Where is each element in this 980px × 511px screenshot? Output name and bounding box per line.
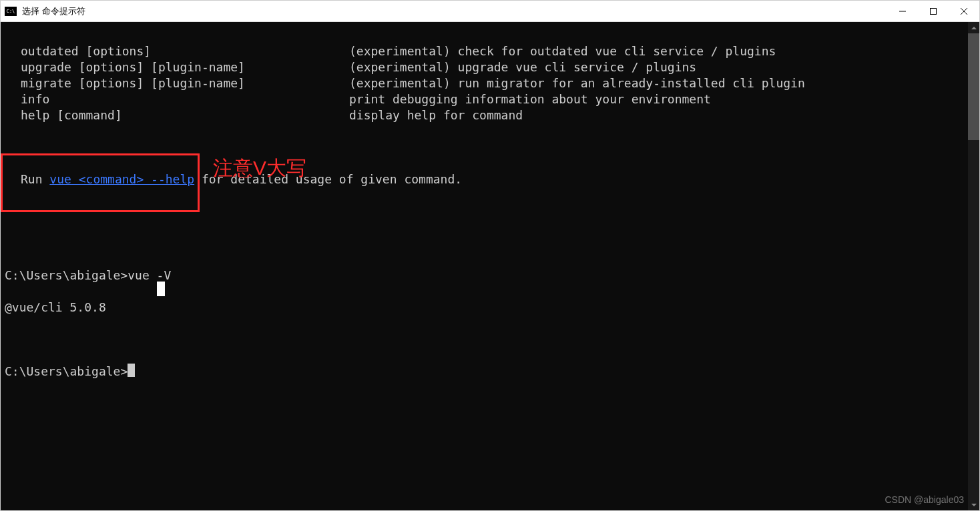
prompt-line-2: C:\Users\abigale>: [5, 364, 964, 380]
terminal-area: outdated [options](experimental) check f…: [1, 22, 979, 510]
help-desc: print debugging information about your e…: [349, 91, 964, 107]
help-desc: (experimental) run migrator for an alrea…: [349, 75, 964, 91]
help-row: help [command]display help for command: [5, 107, 964, 123]
vue-help-link: vue <command> --help: [49, 172, 194, 186]
watermark: CSDN @abigale03: [885, 492, 965, 508]
help-cmd: outdated [options]: [5, 43, 349, 59]
maximize-button[interactable]: [918, 1, 949, 21]
help-row: outdated [options](experimental) check f…: [5, 43, 964, 59]
titlebar[interactable]: 选择 命令提示符: [1, 1, 979, 22]
run-help-line: Run vue <command> --help for detailed us…: [5, 171, 964, 187]
cmd-icon: [5, 7, 17, 16]
scrollbar[interactable]: [968, 22, 979, 510]
selection-marker: [157, 282, 165, 296]
cursor: [128, 364, 135, 377]
annotation-label: 注意V大写: [213, 160, 306, 176]
minimize-button[interactable]: [887, 1, 918, 21]
help-desc: (experimental) upgrade vue cli service /…: [349, 59, 964, 75]
svg-rect-0: [899, 11, 906, 11]
help-cmd: help [command]: [5, 107, 349, 123]
help-cmd: info: [5, 91, 349, 107]
scroll-down-arrow[interactable]: [968, 499, 979, 510]
help-desc: display help for command: [349, 107, 964, 123]
version-output: @vue/cli 5.0.8: [5, 300, 964, 316]
window-title: 选择 命令提示符: [22, 5, 85, 17]
prompt-line-1: C:\Users\abigale>vue -V: [5, 268, 964, 284]
scroll-thumb[interactable]: [968, 33, 979, 140]
help-row: upgrade [options] [plugin-name](experime…: [5, 59, 964, 75]
help-desc: (experimental) check for outdated vue cl…: [349, 43, 964, 59]
help-row: infoprint debugging information about yo…: [5, 91, 964, 107]
terminal-content[interactable]: outdated [options](experimental) check f…: [1, 22, 968, 510]
svg-rect-1: [931, 8, 937, 14]
command-prompt-window: 选择 命令提示符 outdated [options](experimental…: [0, 0, 980, 511]
help-row: migrate [options] [plugin-name](experime…: [5, 75, 964, 91]
help-cmd: upgrade [options] [plugin-name]: [5, 59, 349, 75]
window-controls: [887, 1, 979, 21]
svg-marker-5: [971, 504, 977, 506]
svg-marker-4: [971, 27, 977, 29]
close-button[interactable]: [949, 1, 979, 21]
scroll-up-arrow[interactable]: [968, 22, 979, 33]
help-cmd: migrate [options] [plugin-name]: [5, 75, 349, 91]
